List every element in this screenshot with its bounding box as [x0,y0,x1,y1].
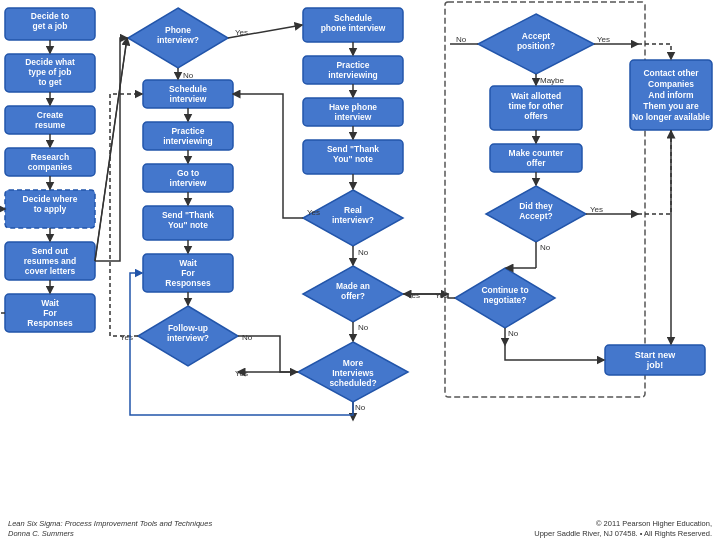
svg-text:Them you are: Them you are [643,101,699,111]
svg-text:No: No [508,329,519,338]
svg-text:Create: Create [37,110,64,120]
svg-text:For: For [181,268,195,278]
svg-text:Responses: Responses [27,318,73,328]
svg-text:No: No [355,403,366,412]
svg-text:companies: companies [28,162,73,172]
svg-text:Send "Thank: Send "Thank [162,210,214,220]
svg-text:to apply: to apply [34,204,67,214]
svg-text:Continue to: Continue to [481,285,528,295]
svg-text:cover letters: cover letters [25,266,76,276]
svg-text:Yes: Yes [597,35,610,44]
svg-text:Go to: Go to [177,168,199,178]
svg-text:interview?: interview? [167,333,209,343]
svg-text:Schedule: Schedule [169,84,207,94]
svg-text:Responses: Responses [165,278,211,288]
svg-text:No: No [358,323,369,332]
svg-text:Wait: Wait [179,258,197,268]
footer-text-2: Donna C. Summers [8,529,212,539]
svg-text:offer?: offer? [341,291,365,301]
svg-text:interviewing: interviewing [328,70,378,80]
svg-text:Decide where: Decide where [23,194,78,204]
svg-text:interview: interview [170,178,207,188]
svg-text:Accept?: Accept? [519,211,553,221]
svg-text:Yes: Yes [407,291,420,300]
svg-text:interviewing: interviewing [163,136,213,146]
svg-text:Start new: Start new [635,350,677,360]
svg-text:interview?: interview? [332,215,374,225]
svg-text:No longer available: No longer available [632,112,710,122]
svg-text:No: No [242,333,253,342]
footer-text-3: © 2011 Pearson Higher Education, [534,519,712,529]
svg-text:Yes: Yes [120,333,133,342]
svg-text:position?: position? [517,41,555,51]
svg-text:Wait allotted: Wait allotted [511,91,561,101]
svg-line-143 [95,38,127,261]
svg-text:No: No [540,243,551,252]
svg-text:Phone: Phone [165,25,191,35]
svg-text:Decide to: Decide to [31,11,69,21]
svg-text:interview?: interview? [157,35,199,45]
footer-right: © 2011 Pearson Higher Education, Upper S… [534,519,712,539]
svg-text:Did they: Did they [519,201,553,211]
svg-text:interview: interview [335,112,372,122]
svg-text:get a job: get a job [33,21,68,31]
svg-text:phone interview: phone interview [321,23,386,33]
svg-text:Schedule: Schedule [334,13,372,23]
svg-text:Accept: Accept [522,31,551,41]
svg-text:More: More [343,358,364,368]
svg-text:Yes: Yes [307,208,320,217]
svg-text:Maybe: Maybe [540,76,565,85]
svg-text:scheduled?: scheduled? [329,378,376,388]
svg-text:Decide what: Decide what [25,57,75,67]
svg-text:Practice: Practice [171,126,204,136]
footer-text-1: Lean Six Sigma: Process Improvement Tool… [8,519,212,529]
svg-text:job!: job! [646,360,664,370]
svg-text:No: No [358,248,369,257]
footer-left: Lean Six Sigma: Process Improvement Tool… [8,519,212,539]
svg-text:type of job: type of job [29,67,72,77]
svg-text:Interviews: Interviews [332,368,374,378]
svg-text:negotiate?: negotiate? [484,295,527,305]
svg-text:You" note: You" note [333,154,373,164]
svg-text:Wait: Wait [41,298,59,308]
svg-text:interview: interview [170,94,207,104]
svg-text:And inform: And inform [648,90,694,100]
svg-text:resume: resume [35,120,66,130]
flowchart: Decide to get a job Decide what type of … [0,0,720,520]
svg-text:Have phone: Have phone [329,102,377,112]
svg-text:You" note: You" note [168,220,208,230]
svg-text:Send out: Send out [32,246,69,256]
footer-text-4: Upper Saddle River, NJ 07458. • All Righ… [534,529,712,539]
svg-text:Follow-up: Follow-up [168,323,208,333]
svg-text:Yes: Yes [235,369,248,378]
svg-text:to get: to get [38,77,61,87]
svg-text:Yes: Yes [435,291,448,300]
svg-text:offer: offer [527,158,547,168]
svg-text:Real: Real [344,205,362,215]
svg-text:Made an: Made an [336,281,370,291]
svg-text:No: No [183,71,194,80]
svg-text:Research: Research [31,152,69,162]
svg-text:Yes: Yes [590,205,603,214]
svg-text:Send "Thank: Send "Thank [327,144,379,154]
svg-text:Practice: Practice [336,60,369,70]
footer: Lean Six Sigma: Process Improvement Tool… [0,518,720,540]
svg-text:Companies: Companies [648,79,694,89]
svg-text:Contact other: Contact other [643,68,699,78]
svg-text:offers: offers [524,111,548,121]
svg-text:time for other: time for other [509,101,564,111]
svg-text:No: No [456,35,467,44]
svg-text:Make counter: Make counter [509,148,564,158]
svg-text:resumes and: resumes and [24,256,76,266]
svg-text:For: For [43,308,57,318]
